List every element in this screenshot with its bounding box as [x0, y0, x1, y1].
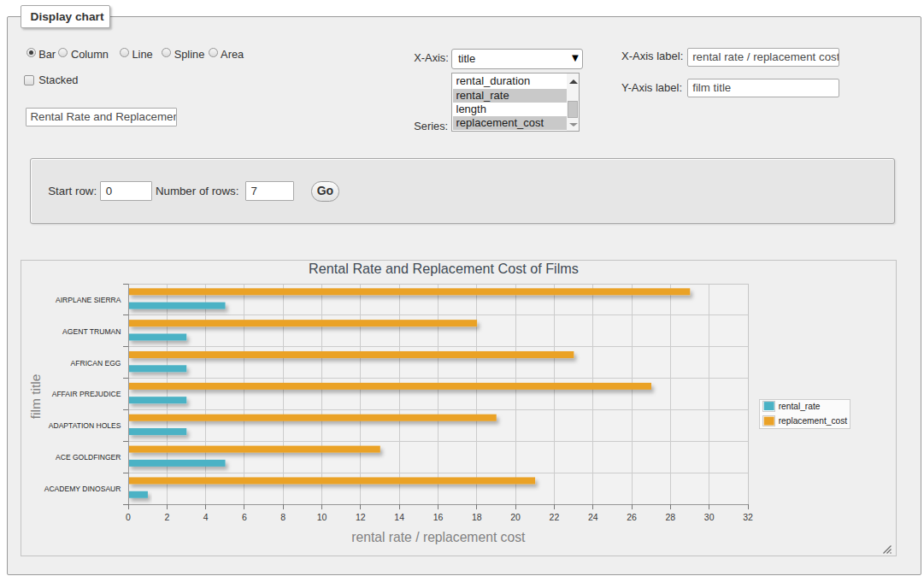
svg-text:28: 28 [666, 512, 676, 522]
svg-text:10: 10 [317, 512, 327, 522]
svg-text:14: 14 [394, 512, 404, 522]
svg-text:AIRPLANE SIERRA: AIRPLANE SIERRA [56, 296, 121, 304]
svg-text:AFFAIR PREJUDICE: AFFAIR PREJUDICE [52, 390, 121, 398]
svg-text:26: 26 [627, 512, 637, 522]
svg-text:ACE GOLDFINGER: ACE GOLDFINGER [56, 453, 121, 461]
svg-text:rental_rate: rental_rate [779, 402, 821, 411]
svg-text:ADAPTATION HOLES: ADAPTATION HOLES [49, 421, 121, 430]
svg-text:Rental Rate and Replacement Co: Rental Rate and Replacement Cost of Film… [309, 261, 579, 276]
svg-text:18: 18 [472, 512, 482, 522]
svg-text:0: 0 [126, 512, 131, 522]
svg-text:replacement_cost: replacement_cost [779, 416, 848, 426]
svg-text:2: 2 [164, 512, 169, 522]
svg-text:12: 12 [356, 512, 366, 522]
svg-text:32: 32 [743, 512, 753, 522]
svg-text:AGENT TRUMAN: AGENT TRUMAN [62, 327, 121, 336]
svg-text:film title: film title [28, 374, 43, 420]
svg-text:rental rate / replacement cost: rental rate / replacement cost [351, 530, 526, 544]
svg-text:6: 6 [242, 512, 247, 522]
svg-text:4: 4 [203, 512, 209, 522]
svg-text:20: 20 [510, 512, 521, 522]
svg-text:24: 24 [588, 512, 598, 522]
svg-text:8: 8 [280, 512, 285, 522]
svg-text:30: 30 [704, 512, 715, 522]
svg-text:AFRICAN EGG: AFRICAN EGG [71, 359, 121, 367]
svg-text:16: 16 [433, 512, 444, 522]
svg-text:ACADEMY DINOSAUR: ACADEMY DINOSAUR [44, 485, 121, 493]
svg-text:22: 22 [550, 512, 560, 522]
